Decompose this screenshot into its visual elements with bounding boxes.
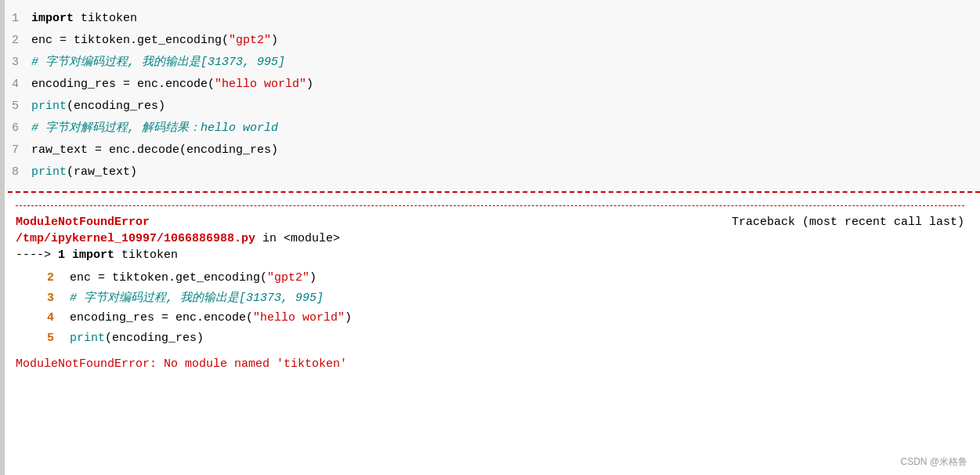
line-content-2: enc = tiktoken.get_encoding("gpt2") — [31, 31, 980, 50]
arrow-keyword: 1 — [58, 248, 72, 262]
tb-line-4: 4 encoding_res = enc.encode("hello world… — [47, 308, 964, 328]
tb-str-hello: "hello world" — [253, 311, 345, 325]
code-text: encoding_res = enc.encode( — [31, 78, 215, 91]
error-in-module: in <module> — [262, 232, 340, 245]
error-file-path: /tmp/ipykernel_10997/1066886988.py — [16, 232, 255, 245]
code-line-1: 1 import tiktoken — [0, 8, 980, 30]
code-line-2: 2 enc = tiktoken.get_encoding("gpt2") — [0, 30, 980, 52]
tb-content-4: encoding_res = enc.encode("hello world") — [63, 308, 352, 328]
traceback-lines: 2 enc = tiktoken.get_encoding("gpt2") 3 … — [47, 268, 964, 348]
tb-line-3: 3 # 字节对编码过程, 我的输出是[31373, 995] — [47, 288, 964, 309]
tb-content-2: enc = tiktoken.get_encoding("gpt2") — [63, 268, 316, 288]
line-number-2: 2 — [0, 31, 31, 50]
code-text: enc = tiktoken.get_encoding( — [31, 34, 229, 47]
line-content-7: raw_text = enc.decode(encoding_res) — [31, 141, 980, 160]
code-text: raw_text = enc.decode(encoding_res) — [31, 143, 278, 157]
tb-normal: (encoding_res) — [105, 332, 204, 345]
line-content-1: import tiktoken — [31, 9, 980, 28]
line-number-7: 7 — [0, 141, 31, 160]
code-line-3: 3 # 字节对编码过程, 我的输出是[31373, 995] — [0, 52, 980, 74]
final-error-line: ModuleNotFoundError: No module named 'ti… — [16, 357, 964, 371]
line-content-4: encoding_res = enc.encode("hello world") — [31, 75, 980, 94]
line-number-3: 3 — [0, 53, 31, 72]
dashed-divider — [16, 205, 964, 206]
line-content-5: print(encoding_res) — [31, 97, 980, 116]
tb-num-4: 4 — [47, 308, 63, 328]
error-type-label: ModuleNotFoundError — [16, 216, 150, 229]
line-number-5: 5 — [0, 97, 31, 116]
tb-num-2: 2 — [47, 268, 63, 288]
tb-num-3: 3 — [47, 288, 63, 309]
line-number-6: 6 — [0, 119, 31, 138]
arrow-module: tiktoken — [114, 248, 178, 262]
tb-builtin-print: print — [70, 332, 105, 345]
code-line-4: 4 encoding_res = enc.encode("hello world… — [0, 74, 980, 96]
arrow-text: ----> — [16, 248, 58, 262]
code-line-6: 6 # 字节对解码过程, 解码结果：hello world — [0, 118, 980, 140]
comment-decode: # 字节对解码过程, 解码结果：hello world — [31, 121, 278, 135]
code-line-7: 7 raw_text = enc.decode(encoding_res) — [0, 140, 980, 161]
code-text: ) — [271, 34, 278, 47]
tb-str-gpt2: "gpt2" — [267, 271, 309, 285]
code-line-5: 5 print(encoding_res) — [0, 96, 980, 118]
watermark: CSDN @米格鲁 — [900, 455, 967, 469]
string-gpt2: "gpt2" — [229, 34, 271, 47]
tb-line-2: 2 enc = tiktoken.get_encoding("gpt2") — [47, 268, 964, 288]
line-content-6: # 字节对解码过程, 解码结果：hello world — [31, 119, 980, 138]
error-header: ModuleNotFoundError Traceback (most rece… — [16, 216, 964, 229]
comment-encode: # 字节对编码过程, 我的输出是[31373, 995] — [31, 56, 285, 69]
line-number-8: 8 — [0, 163, 31, 182]
code-line-8: 8 print(raw_text) — [0, 161, 980, 183]
tb-content-5: print(encoding_res) — [63, 328, 204, 349]
left-bar — [0, 0, 5, 475]
code-text: ) — [306, 78, 313, 91]
error-file-line: /tmp/ipykernel_10997/1066886988.py in <m… — [16, 232, 964, 245]
code-section: 1 import tiktoken 2 enc = tiktoken.get_e… — [0, 0, 980, 193]
error-arrow-line: ----> 1 import tiktoken — [16, 248, 964, 262]
code-text: (raw_text) — [67, 165, 137, 179]
tb-num-5: 5 — [47, 328, 63, 349]
tb-content-3: # 字节对编码过程, 我的输出是[31373, 995] — [63, 288, 324, 309]
line-content-8: print(raw_text) — [31, 163, 980, 182]
line-number-1: 1 — [0, 9, 31, 28]
keyword-import: import — [31, 12, 74, 25]
traceback-label: Traceback (most recent call last) — [732, 216, 964, 229]
code-text: (encoding_res) — [67, 100, 165, 113]
builtin-print: print — [31, 100, 67, 113]
builtin-print-2: print — [31, 165, 67, 179]
arrow-import: import — [72, 248, 114, 262]
string-hello-world: "hello world" — [215, 78, 306, 91]
line-content-3: # 字节对编码过程, 我的输出是[31373, 995] — [31, 53, 980, 72]
error-section: ModuleNotFoundError Traceback (most rece… — [0, 193, 980, 386]
tb-line-5: 5 print(encoding_res) — [47, 328, 964, 349]
line-number-4: 4 — [0, 75, 31, 94]
code-text: tiktoken — [74, 12, 137, 25]
